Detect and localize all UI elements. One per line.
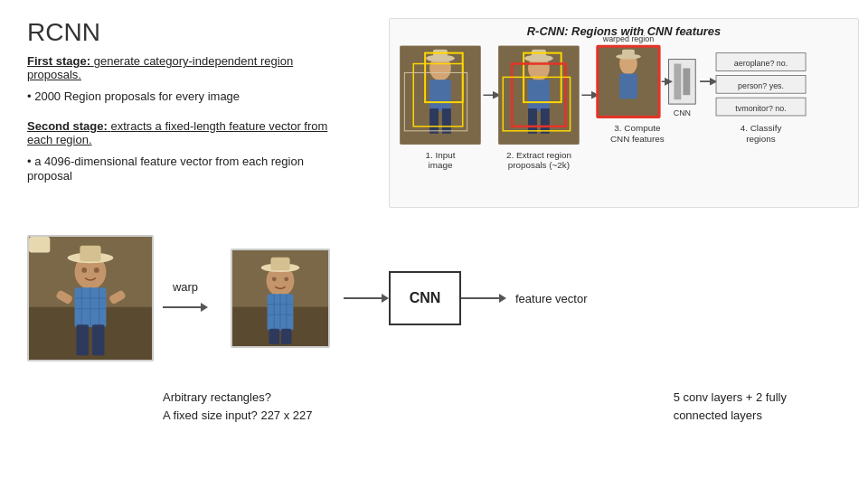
svg-rect-19 <box>528 80 550 111</box>
svg-text:2. Extract region: 2. Extract region <box>506 150 571 160</box>
warped-person-image <box>231 249 330 348</box>
svg-text:CNN features: CNN features <box>610 134 665 144</box>
warp-label: warp <box>173 280 198 294</box>
svg-rect-38 <box>674 64 681 100</box>
svg-text:image: image <box>428 160 452 170</box>
first-stage-bullet: • 2000 Region proposals for every image <box>27 89 335 103</box>
conv-layers-text-block: 5 conv layers + 2 fully connected layers <box>674 389 787 424</box>
bottom-text-section: Arbitrary rectangles? A fixed size input… <box>27 389 859 424</box>
svg-point-71 <box>94 267 99 273</box>
svg-text:1. Input: 1. Input <box>425 150 455 160</box>
svg-rect-20 <box>528 108 537 134</box>
svg-rect-37 <box>669 60 696 105</box>
fixed-size-text: A fixed size input? 227 x 227 <box>163 407 313 425</box>
to-cnn-arrow <box>344 289 389 307</box>
svg-rect-58 <box>29 237 50 252</box>
cnn-arrow-icon <box>344 289 389 307</box>
svg-text:CNN: CNN <box>674 108 691 117</box>
svg-rect-39 <box>683 68 690 95</box>
svg-rect-35 <box>622 50 635 59</box>
svg-marker-90 <box>382 294 389 303</box>
svg-text:aeroplane? no.: aeroplane? no. <box>734 59 788 68</box>
conv-layers-text: 5 conv layers + 2 fully <box>674 389 787 407</box>
svg-rect-66 <box>76 324 89 355</box>
svg-text:proposals (~2k): proposals (~2k) <box>508 160 570 170</box>
first-stage-label: First stage: generate category-independe… <box>27 54 335 81</box>
cnn-box: CNN <box>389 271 461 325</box>
svg-marker-92 <box>499 294 506 303</box>
svg-rect-59 <box>80 246 100 261</box>
svg-text:person? yes.: person? yes. <box>738 81 784 90</box>
svg-rect-33 <box>619 73 637 99</box>
second-stage-label: Second stage: extracts a fixed-length fe… <box>27 119 335 146</box>
arbitrary-text-block: Arbitrary rectangles? A fixed size input… <box>163 389 313 424</box>
svg-rect-9 <box>433 50 448 61</box>
feature-vector-section: feature vector <box>515 292 588 305</box>
original-person-image <box>27 235 154 361</box>
warp-arrow-icon <box>163 298 208 316</box>
svg-text:3. Compute: 3. Compute <box>614 123 661 133</box>
svg-text:tvmonitor? no.: tvmonitor? no. <box>735 104 786 113</box>
svg-point-70 <box>81 267 87 273</box>
svg-rect-67 <box>92 324 105 355</box>
svg-point-88 <box>284 277 288 281</box>
svg-rect-86 <box>281 329 292 344</box>
warp-section: warp <box>163 280 208 316</box>
page-container: RCNN First stage: generate category-inde… <box>0 0 868 488</box>
connected-layers-text: connected layers <box>674 407 787 425</box>
svg-text:regions: regions <box>746 134 775 144</box>
feature-vector-label: feature vector <box>515 292 588 305</box>
rcnn-diagram: R-CNN: Regions with CNN features 1. Inpu… <box>389 18 859 208</box>
svg-rect-7 <box>442 108 451 134</box>
from-cnn-arrow <box>461 289 506 307</box>
bottom-section: warp <box>27 235 859 361</box>
svg-rect-21 <box>541 108 550 134</box>
svg-text:4. Classify: 4. Classify <box>741 123 782 133</box>
svg-rect-23 <box>532 50 546 61</box>
left-panel: First stage: generate category-independe… <box>27 54 335 183</box>
svg-rect-78 <box>270 258 289 270</box>
svg-rect-6 <box>429 108 439 134</box>
svg-text:warped region: warped region <box>602 34 654 43</box>
arbitrary-rectangles-text: Arbitrary rectangles? <box>163 389 313 407</box>
svg-rect-5 <box>429 80 451 111</box>
output-arrow-icon <box>461 289 506 307</box>
second-stage-bullet: • a 4096-dimensional feature vector from… <box>27 154 335 183</box>
svg-rect-85 <box>269 329 279 344</box>
svg-marker-73 <box>201 303 208 312</box>
svg-point-87 <box>272 277 277 281</box>
